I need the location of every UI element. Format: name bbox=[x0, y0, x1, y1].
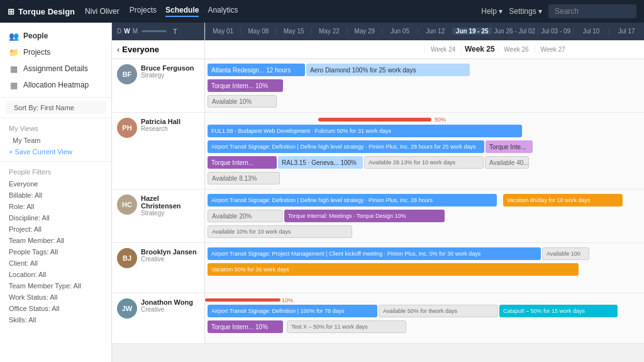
nav-projects[interactable]: Projects bbox=[130, 6, 157, 17]
bar-torque-intern-jonathon[interactable]: Torque Intern... 10% bbox=[208, 320, 283, 333]
settings-button[interactable]: Settings ▾ bbox=[509, 7, 542, 16]
assignment-icon: ▦ bbox=[9, 64, 19, 74]
filter-everyone[interactable]: Everyone bbox=[0, 178, 111, 189]
save-current-view-button[interactable]: + Save Current View bbox=[0, 146, 111, 157]
bar-aero-diamond[interactable]: Aero Diamond 100% for 25 work days bbox=[306, 64, 470, 76]
bar-available-jonathon-1[interactable]: Available 50% for 8work days bbox=[379, 305, 498, 317]
bar-airport-hazel[interactable]: Airport Transit Signage: Definition | De… bbox=[208, 194, 497, 206]
sort-control[interactable]: Sort By: First Name bbox=[5, 101, 106, 114]
timeline-people-header: D W M T ‹ Everyone bbox=[112, 23, 205, 59]
week-col-27: Week 27 bbox=[535, 46, 571, 53]
app-title: Torque Design bbox=[18, 7, 75, 16]
filter-people-tags[interactable]: People Tags: All bbox=[0, 246, 111, 257]
bar-available-hazel[interactable]: Available 20% bbox=[208, 210, 283, 222]
person-role-patricia: Research bbox=[141, 125, 180, 132]
sidebar-view-my-team[interactable]: My Team bbox=[0, 135, 111, 146]
sidebar-item-assignment-details[interactable]: ▦ Assignment Details bbox=[0, 60, 111, 77]
people-filters-label: People Filters bbox=[0, 166, 111, 178]
zoom-w[interactable]: W bbox=[124, 28, 130, 35]
sidebar-heatmap-label: Allocation Heatmap bbox=[23, 81, 89, 89]
bar-vacation-hazel[interactable]: Vacation 8h/day for 10 work days bbox=[503, 194, 623, 206]
sidebar-item-allocation-heatmap[interactable]: ▦ Allocation Heatmap bbox=[0, 77, 111, 93]
bar-line-brooklyn-1: Airport Transit Signage: Project Managem… bbox=[208, 247, 641, 261]
bar-budapest[interactable]: FUL1.58 - Budapest Web Development · Ful… bbox=[208, 125, 522, 137]
person-row-bruce: BF Bruce Ferguson Strategy Atlanta Redes… bbox=[112, 59, 644, 113]
help-button[interactable]: Help ▾ bbox=[481, 7, 502, 16]
person-name-brooklyn: Brooklyn Jansen bbox=[141, 248, 197, 256]
filter-billable[interactable]: Billable: All bbox=[0, 189, 111, 201]
bar-line-patricia-1: FUL1.58 - Budapest Web Development · Ful… bbox=[208, 124, 641, 138]
zoom-slider[interactable] bbox=[142, 30, 167, 32]
bar-catapult-jonathon[interactable]: Catapult – 50% for 15 work days bbox=[499, 305, 618, 317]
main-layout: 👥 People 📁 Projects ▦ Assignment Details… bbox=[0, 23, 644, 362]
bar-available-hazel-2[interactable]: Available 10% for 10 work days bbox=[208, 225, 352, 238]
zoom-m[interactable]: M bbox=[133, 28, 138, 35]
bar-atlanta[interactable]: Atlanta Redesign... 12 hours bbox=[208, 64, 305, 76]
person-role-brooklyn: Creative bbox=[141, 256, 197, 263]
date-jul17: Jul 17 bbox=[609, 28, 644, 35]
person-details-bruce: Bruce Ferguson Strategy bbox=[141, 64, 194, 79]
person-name-patricia: Patricia Hall bbox=[141, 118, 180, 125]
filter-office-status[interactable]: Office Status: All bbox=[0, 303, 111, 314]
filter-team-member[interactable]: Team Member: All bbox=[0, 235, 111, 246]
person-info-brooklyn: BJ Brooklyn Jansen Creative bbox=[112, 243, 205, 293]
bar-torque-intern-patricia[interactable]: Torque Intern... bbox=[208, 156, 277, 169]
sidebar-assignment-label: Assignment Details bbox=[23, 64, 88, 73]
person-role-jonathon: Creative bbox=[141, 306, 193, 313]
avatar-jonathon: JW bbox=[117, 298, 137, 319]
filter-client[interactable]: Client: All bbox=[0, 257, 111, 269]
overload-row: 50% bbox=[205, 116, 644, 123]
avatar-brooklyn: BJ bbox=[117, 248, 137, 268]
bar-available-patricia-2[interactable]: Available 40... bbox=[485, 156, 529, 169]
dates-top: May 01 May 08 May 15 May 22 May 29 Jun 0… bbox=[205, 23, 644, 40]
week-col-25: Week 25 bbox=[461, 45, 497, 54]
filter-project[interactable]: Project: All bbox=[0, 223, 111, 235]
bar-row-bruce: Atlanta Redesign... 12 hours Aero Diamon… bbox=[205, 63, 644, 108]
bar-test-x-jonathon[interactable]: Test X – 50% for 11 work days bbox=[287, 320, 406, 333]
bar-vacation-brooklyn[interactable]: Vacation 50% for 36 work days bbox=[208, 263, 579, 276]
bar-available-patricia-3[interactable]: Available 8.13% bbox=[208, 172, 280, 184]
date-jun19: Jun 19 - 25 bbox=[453, 28, 491, 35]
filter-role[interactable]: Role: All bbox=[0, 201, 111, 212]
bar-line-brooklyn-2: Vacation 50% for 36 work days bbox=[208, 263, 641, 276]
bar-line-bruce-1: Atlanta Redesign... 12 hours Aero Diamon… bbox=[208, 63, 641, 77]
person-details-jonathon: Jonathon Wong Creative bbox=[141, 298, 193, 313]
bar-airport-def-jonathon[interactable]: Airport Transit Signage: Definition | 10… bbox=[208, 305, 377, 317]
avatar-bruce: BF bbox=[117, 64, 137, 84]
timeline-dates: May 01 May 08 May 15 May 22 May 29 Jun 0… bbox=[205, 23, 644, 59]
date-may29: May 29 bbox=[347, 28, 382, 35]
zoom-d[interactable]: D bbox=[117, 28, 121, 35]
person-details-patricia: Patricia Hall Research bbox=[141, 118, 180, 132]
bar-available-patricia-1[interactable]: Available 28.13% for 10 work days bbox=[364, 156, 484, 169]
bar-torque-inte-patricia[interactable]: Torque Inte... bbox=[486, 140, 533, 153]
bar-airport-pm-brooklyn[interactable]: Airport Transit Signage: Project Managem… bbox=[208, 247, 541, 260]
date-may15: May 15 bbox=[276, 28, 311, 35]
date-may08: May 08 bbox=[240, 28, 275, 35]
filter-skills[interactable]: Skills: All bbox=[0, 314, 111, 325]
nav-right: Help ▾ Settings ▾ bbox=[481, 4, 636, 18]
sidebar-divider-2 bbox=[0, 118, 111, 118]
my-views-label: My Views bbox=[0, 122, 111, 135]
back-button[interactable]: ‹ bbox=[117, 45, 119, 54]
sidebar-item-people[interactable]: 👥 People bbox=[0, 28, 111, 44]
bar-available-bruce[interactable]: Available 10% bbox=[208, 95, 277, 108]
filter-location[interactable]: Location: All bbox=[0, 269, 111, 280]
bar-line-jonathon-1: Airport Transit Signage: Definition | 10… bbox=[208, 304, 641, 318]
bar-line-bruce-2: Torque Intern... 10% bbox=[208, 79, 641, 93]
bar-airport-patricia[interactable]: Airport Transit Signage: Definition | De… bbox=[208, 140, 484, 153]
zoom-controls: D W M T bbox=[117, 28, 177, 35]
schedule-bars-patricia: 50% FUL1.58 - Budapest Web Development ·… bbox=[205, 113, 644, 189]
search-input[interactable] bbox=[548, 4, 636, 18]
filter-work-status[interactable]: Work Status: All bbox=[0, 291, 111, 303]
sidebar-item-projects[interactable]: 📁 Projects bbox=[0, 44, 111, 60]
nav-analytics[interactable]: Analytics bbox=[208, 6, 238, 17]
bar-available-brooklyn[interactable]: Available 100 bbox=[542, 247, 589, 260]
filter-discipline[interactable]: Discipline: All bbox=[0, 212, 111, 223]
nav-schedule[interactable]: Schedule bbox=[165, 6, 199, 17]
bar-torque-meetings-hazel[interactable]: Torque Internal: Meetings · Torque Desig… bbox=[284, 210, 445, 222]
bar-ral315[interactable]: RAL3.15 · Geneva... 100% bbox=[278, 156, 363, 169]
zoom-t[interactable]: T bbox=[173, 28, 177, 35]
filter-team-member-type[interactable]: Team Member Type: All bbox=[0, 280, 111, 291]
bar-torque-intern-bruce[interactable]: Torque Intern... 10% bbox=[208, 79, 283, 92]
overload-label-jonathon: 10% bbox=[282, 297, 293, 303]
